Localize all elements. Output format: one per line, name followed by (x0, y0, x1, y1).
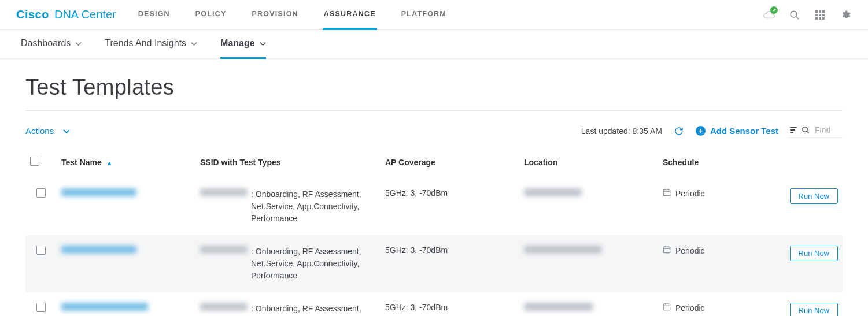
chevron-down-icon (260, 38, 266, 49)
svg-rect-21 (663, 304, 670, 310)
calendar-icon (663, 188, 671, 198)
nav-platform[interactable]: PLATFORM (400, 0, 448, 30)
nav-provision[interactable]: PROVISION (251, 0, 300, 30)
svg-rect-3 (819, 10, 821, 13)
search-icon[interactable] (788, 9, 801, 21)
add-sensor-test-label: Add Sensor Test (710, 126, 778, 136)
test-name-link[interactable] (61, 246, 136, 254)
calendar-icon (663, 303, 671, 313)
svg-rect-13 (663, 189, 670, 196)
row-checkbox[interactable] (36, 303, 46, 312)
main-nav: DESIGN POLICY PROVISION ASSURANCE PLATFO… (137, 0, 448, 30)
refresh-icon[interactable] (673, 125, 685, 137)
svg-rect-9 (819, 17, 821, 20)
test-name-link[interactable] (61, 188, 136, 196)
svg-rect-17 (663, 247, 670, 253)
apps-grid-icon[interactable] (814, 9, 826, 21)
tab-dashboards-label: Dashboards (21, 38, 71, 49)
header-test-name[interactable]: Test Name ▲ (57, 151, 195, 178)
ap-coverage: 5GHz: 3, -70dBm (381, 235, 519, 292)
svg-point-11 (803, 127, 807, 131)
svg-rect-5 (815, 14, 818, 16)
sort-asc-icon: ▲ (106, 159, 113, 166)
plus-icon: + (696, 126, 706, 136)
header-location[interactable]: Location (519, 151, 658, 178)
filter-icon (790, 127, 797, 133)
search-icon (801, 126, 810, 135)
header-ap[interactable]: AP Coverage (381, 151, 519, 178)
chevron-down-icon (63, 126, 70, 136)
svg-rect-10 (822, 17, 825, 20)
tab-manage[interactable]: Manage (220, 30, 266, 59)
table-row: : Onboarding, RF Assessment, Net.Service… (25, 178, 843, 235)
nav-assurance[interactable]: ASSURANCE (323, 0, 377, 30)
location-redacted (524, 246, 602, 254)
brand-product: DNA Center (54, 8, 116, 21)
tab-dashboards[interactable]: Dashboards (21, 30, 82, 59)
run-now-button[interactable]: Run Now (790, 303, 838, 316)
svg-rect-6 (819, 14, 821, 16)
tests-table: Test Name ▲ SSID with Test Types AP Cove… (25, 151, 843, 316)
page: Test Templates Actions Last updated: 8:3… (0, 59, 868, 316)
schedule-value: Periodic (675, 303, 705, 313)
actions-label: Actions (25, 126, 54, 136)
actions-dropdown[interactable]: Actions (25, 126, 70, 136)
top-bar: Cisco DNA Center DESIGN POLICY PROVISION… (0, 0, 868, 30)
ssid-name-redacted (200, 188, 248, 196)
tab-manage-label: Manage (220, 38, 255, 49)
ssid-tests: Onboarding, RF Assessment, Net.Service, … (251, 304, 361, 316)
nav-design[interactable]: DESIGN (137, 0, 171, 30)
row-checkbox[interactable] (36, 246, 46, 255)
ssid-tests: Onboarding, RF Assessment, Net.Service, … (251, 247, 361, 280)
table-row: : Onboarding, RF Assessment, Net.Service… (25, 235, 843, 292)
svg-line-12 (807, 131, 809, 133)
svg-line-1 (796, 16, 799, 19)
divider (25, 110, 843, 111)
ssid-name-redacted (200, 246, 248, 254)
svg-rect-2 (815, 10, 818, 13)
tab-trends-label: Trends And Insights (105, 38, 186, 49)
row-checkbox[interactable] (36, 188, 46, 198)
table-header-row: Test Name ▲ SSID with Test Types AP Cove… (25, 151, 843, 178)
gear-icon[interactable] (839, 9, 852, 21)
brand-logo[interactable]: Cisco DNA Center (16, 8, 116, 21)
sub-nav: Dashboards Trends And Insights Manage (0, 30, 868, 59)
run-now-button[interactable]: Run Now (790, 188, 838, 204)
nav-policy[interactable]: POLICY (194, 0, 228, 30)
check-icon (770, 6, 778, 14)
header-schedule[interactable]: Schedule (658, 151, 762, 178)
ssid-tests: Onboarding, RF Assessment, Net.Service, … (251, 189, 361, 223)
table-row: : Onboarding, RF Assessment, Net.Service… (25, 292, 843, 316)
topbar-right (763, 9, 852, 21)
location-redacted (524, 188, 582, 196)
run-now-button[interactable]: Run Now (790, 246, 838, 261)
svg-rect-7 (822, 14, 825, 16)
last-updated: Last updated: 8:35 AM (581, 127, 662, 136)
ssid-name-redacted (200, 303, 248, 311)
chevron-down-icon (75, 38, 82, 49)
svg-point-0 (791, 11, 797, 17)
header-ssid[interactable]: SSID with Test Types (195, 151, 381, 178)
calendar-icon (663, 246, 671, 255)
toolbar: Actions Last updated: 8:35 AM + Add Sens… (25, 124, 843, 138)
test-name-link[interactable] (61, 303, 148, 311)
schedule-value: Periodic (675, 189, 705, 198)
ap-coverage: 5GHz: 3, -70dBm (381, 292, 519, 316)
schedule-value: Periodic (675, 246, 705, 255)
svg-rect-8 (815, 17, 818, 20)
brand-cisco: Cisco (16, 8, 49, 21)
chevron-down-icon (191, 38, 197, 49)
location-redacted (524, 303, 593, 311)
cloud-status-icon[interactable] (763, 9, 775, 21)
add-sensor-test-button[interactable]: + Add Sensor Test (696, 126, 778, 136)
select-all-checkbox[interactable] (30, 157, 39, 166)
find-input[interactable] (814, 125, 841, 135)
page-title: Test Templates (25, 75, 843, 100)
svg-rect-4 (822, 10, 825, 13)
find-box[interactable] (789, 124, 843, 138)
ap-coverage: 5GHz: 3, -70dBm (381, 178, 519, 235)
tab-trends[interactable]: Trends And Insights (105, 30, 197, 59)
